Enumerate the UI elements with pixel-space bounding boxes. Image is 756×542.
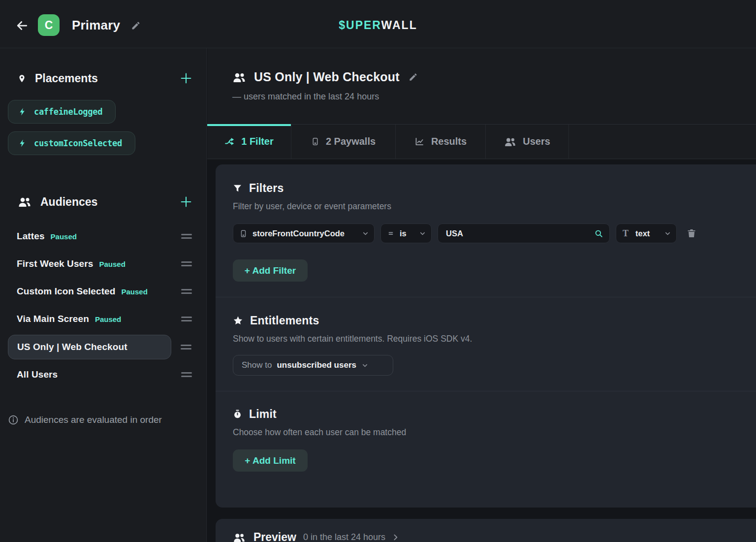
main-panel: US Only | Web Checkout — users matched i…	[207, 48, 756, 542]
audience-row-all-users[interactable]: All Users	[0, 362, 207, 387]
audience-label: First Week Users	[17, 258, 93, 269]
chart-icon	[414, 136, 425, 147]
audience-row-us-only-web-checkout[interactable]: US Only | Web Checkout	[8, 335, 171, 359]
audiences-title: Audiences	[40, 195, 97, 209]
star-icon	[233, 316, 243, 326]
show-to-dropdown[interactable]: Show to unsubscribed users	[233, 355, 393, 376]
show-to-value: unsubscribed users	[277, 360, 356, 370]
tab-paywalls[interactable]: 2 Paywalls	[291, 125, 396, 159]
users-icon	[504, 137, 516, 147]
audience-label: Lattes	[17, 231, 45, 242]
audience-row-first-week-users[interactable]: First Week Users Paused	[0, 252, 207, 276]
drag-handle-icon[interactable]	[181, 261, 192, 266]
tab-users[interactable]: Users	[486, 125, 569, 159]
filter-row: storeFrontCountryCode is	[233, 223, 746, 243]
chevron-down-icon	[362, 230, 369, 237]
users-icon	[232, 70, 246, 84]
paused-badge: Paused	[122, 287, 148, 296]
audience-label: All Users	[17, 369, 58, 380]
filter-type-dropdown[interactable]: T text	[616, 223, 677, 243]
drag-handle-icon[interactable]	[181, 317, 192, 321]
add-limit-button[interactable]: + Add Limit	[233, 449, 308, 472]
filter-value-input[interactable]: USA	[438, 223, 610, 243]
page-title: US Only | Web Checkout	[254, 70, 400, 84]
users-icon	[18, 196, 32, 207]
chevron-down-icon	[361, 362, 369, 369]
filter-operator-value: is	[400, 229, 407, 238]
audience-row-lattes[interactable]: Lattes Paused	[0, 224, 207, 249]
entitlements-section: Entitlements Show to users with certain …	[233, 297, 746, 391]
paused-badge: Paused	[99, 260, 125, 268]
preview-card[interactable]: Preview 0 in the last 24 hours	[216, 519, 756, 542]
preview-subtitle: 0 in the last 24 hours	[303, 532, 385, 542]
add-filter-button[interactable]: + Add Filter	[233, 259, 308, 282]
tab-bar: 1 Filter 2 Paywalls Results Users	[207, 124, 756, 159]
limit-section: Limit Choose how often each user can be …	[233, 391, 746, 472]
filter-property-dropdown[interactable]: storeFrontCountryCode	[233, 223, 375, 243]
filter-fork-icon	[224, 136, 235, 147]
placement-item-caffeinelogged[interactable]: caffeineLogged	[8, 100, 116, 124]
top-bar: C Primary $UPERWALL	[0, 0, 756, 48]
drag-handle-icon[interactable]	[181, 289, 192, 294]
tab-label: Results	[431, 136, 467, 147]
text-type-icon: T	[623, 229, 630, 237]
preview-title: Preview	[253, 531, 296, 542]
audience-label: Via Main Screen	[17, 314, 89, 324]
add-audience-button[interactable]	[179, 195, 193, 209]
users-icon	[233, 531, 246, 542]
placements-header: Placements	[0, 70, 207, 87]
audience-settings-card: Filters Filter by user, device or event …	[216, 164, 756, 508]
section-subtitle: Filter by user, device or event paramete…	[233, 201, 746, 212]
stopwatch-icon	[233, 409, 242, 419]
filter-type-value: text	[635, 229, 650, 238]
delete-filter-icon[interactable]	[687, 228, 696, 239]
tab-label: Users	[523, 136, 550, 147]
tab-results[interactable]: Results	[396, 125, 486, 159]
audience-label: Custom Icon Selected	[17, 286, 116, 297]
paused-badge: Paused	[51, 232, 77, 241]
tab-filter[interactable]: 1 Filter	[207, 125, 291, 159]
section-title: Entitlements	[250, 314, 319, 327]
placement-item-customiconselected[interactable]: customIconSelected	[8, 131, 135, 155]
audiences-header: Audiences	[0, 193, 207, 210]
phone-icon	[240, 229, 247, 238]
audience-row-via-main-screen[interactable]: Via Main Screen Paused	[0, 307, 207, 331]
chevron-down-icon	[664, 230, 671, 237]
section-title: Limit	[249, 408, 277, 421]
logo-teal-part: $UPER	[339, 19, 381, 32]
phone-icon	[311, 136, 319, 147]
note-text: Audiences are evaluated in order	[25, 414, 162, 425]
drag-handle-icon[interactable]	[181, 372, 192, 377]
location-pin-icon	[18, 73, 26, 84]
section-subtitle: Choose how often each user can be matche…	[233, 427, 746, 438]
audience-row-custom-icon-selected[interactable]: Custom Icon Selected Paused	[0, 279, 207, 304]
add-placement-button[interactable]	[179, 71, 193, 85]
chevron-right-icon	[391, 533, 400, 542]
filters-section: Filters Filter by user, device or event …	[233, 164, 746, 297]
filter-property-value: storeFrontCountryCode	[252, 229, 345, 238]
filter-operator-dropdown[interactable]: is	[380, 223, 432, 243]
tab-label: 2 Paywalls	[326, 136, 376, 147]
info-icon	[8, 414, 19, 425]
placement-label: caffeineLogged	[34, 107, 102, 117]
lightning-bolt-icon	[18, 139, 27, 148]
logo-white-part: WALL	[381, 19, 417, 32]
superwall-logo: $UPERWALL	[0, 19, 756, 32]
show-to-label: Show to	[242, 360, 272, 370]
filter-value-text: USA	[446, 229, 463, 238]
chevron-down-icon	[419, 230, 426, 237]
page-subtitle: — users matched in the last 24 hours	[232, 92, 379, 102]
tab-label: 1 Filter	[241, 136, 274, 147]
section-subtitle: Show to users with certain entitlements.…	[233, 334, 746, 344]
audiences-order-note: Audiences are evaluated in order	[0, 414, 207, 425]
audience-label: US Only | Web Checkout	[17, 342, 127, 352]
app-window: C Primary $UPERWALL Placements caffeineL…	[0, 0, 756, 542]
edit-audience-icon[interactable]	[409, 72, 418, 82]
search-icon	[594, 229, 603, 238]
lightning-bolt-icon	[18, 107, 27, 116]
paused-badge: Paused	[95, 315, 121, 323]
drag-handle-icon[interactable]	[181, 234, 192, 239]
funnel-icon	[233, 183, 242, 193]
drag-handle-icon[interactable]	[181, 345, 191, 350]
placement-label: customIconSelected	[34, 138, 122, 148]
